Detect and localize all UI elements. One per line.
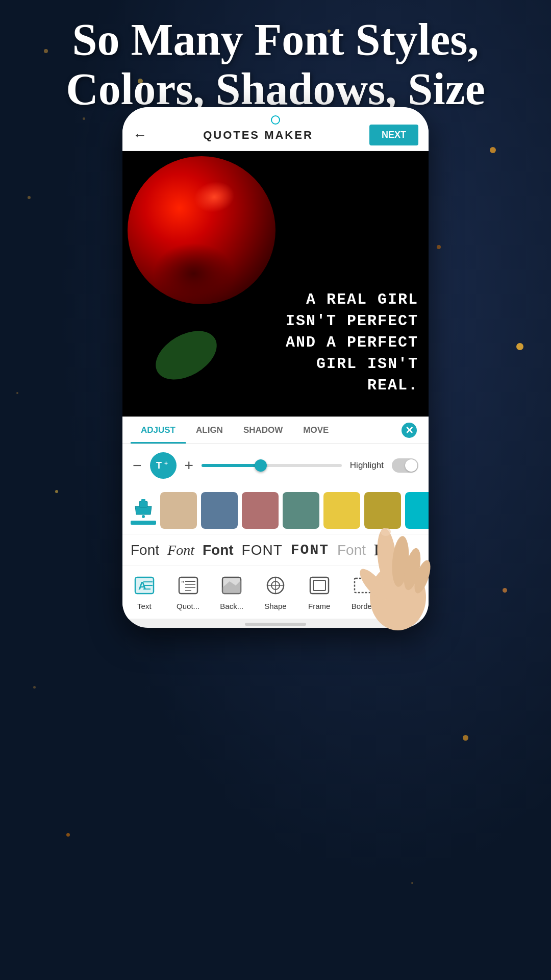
color-palette-row — [122, 487, 429, 534]
quote-text[interactable]: A REAL GIRL ISN'T PERFECT AND A PERFECT … — [265, 289, 418, 396]
close-icon[interactable]: ✕ — [402, 423, 417, 438]
color-swatch-darkyellow[interactable] — [364, 492, 401, 529]
sticker-toolbar-label: Sticker — [395, 602, 418, 610]
text-size-button[interactable]: T + — [150, 452, 177, 479]
adjust-controls: − T + + Highlight — [122, 444, 429, 487]
color-fill-button[interactable] — [131, 495, 156, 526]
quotes-toolbar-label: Quot... — [177, 602, 199, 610]
toolbar-item-border[interactable]: Border — [342, 572, 383, 610]
color-swatch-tealgreen[interactable] — [283, 492, 319, 529]
phone-body: ← QUOTES MAKER NEXT A REAL GIRL ISN'T PE… — [122, 107, 429, 628]
border-icon-svg — [352, 574, 374, 597]
background-icon-svg — [220, 574, 243, 597]
size-increase-button[interactable]: + — [185, 457, 194, 474]
toolbar-item-quotes[interactable]: " Quot... — [168, 572, 209, 610]
app-title: QUOTES MAKER — [203, 129, 313, 142]
font-sample-6[interactable]: F — [374, 541, 384, 559]
highlight-label: Highlight — [350, 460, 384, 471]
shape-toolbar-icon — [262, 572, 289, 599]
phone-top-bar — [122, 107, 429, 119]
tabs-row: ADJUST ALIGN SHADOW MOVE ✕ — [122, 417, 429, 444]
toolbar-item-background[interactable]: Back... — [211, 572, 252, 610]
sticker-toolbar-icon — [393, 572, 420, 599]
sticker-icon-svg — [395, 574, 418, 597]
phone-camera — [271, 115, 280, 125]
frame-toolbar-label: Frame — [308, 602, 330, 610]
quotes-toolbar-icon: " — [175, 572, 202, 599]
color-swatch-rose[interactable] — [242, 492, 279, 529]
color-swatch-blue[interactable] — [201, 492, 238, 529]
close-panel-button[interactable]: ✕ — [398, 417, 420, 444]
frame-toolbar-icon — [306, 572, 333, 599]
shape-icon-svg — [264, 574, 287, 597]
text-icon-svg: A — [133, 574, 156, 597]
border-toolbar-label: Border — [352, 602, 374, 610]
toggle-knob — [405, 459, 417, 472]
font-sample-4[interactable]: FONT — [291, 542, 329, 558]
svg-point-29 — [403, 582, 405, 585]
back-button[interactable]: ← — [133, 127, 147, 143]
color-swatch-yellow[interactable] — [323, 492, 360, 529]
svg-rect-4 — [141, 499, 145, 502]
headline-text: So Many Font Styles, Colors, Shadows, Si… — [20, 15, 531, 114]
font-sample-2[interactable]: Font — [203, 542, 234, 558]
font-sample-5[interactable]: Font — [337, 542, 366, 558]
svg-rect-26 — [313, 580, 325, 591]
frame-icon-svg — [308, 574, 331, 597]
toolbar-item-shape[interactable]: Shape — [255, 572, 296, 610]
svg-point-30 — [409, 582, 411, 585]
text-toolbar-label: Text — [137, 602, 152, 610]
shape-toolbar-label: Shape — [264, 602, 286, 610]
svg-text:": " — [181, 579, 185, 588]
text-icon: T + — [155, 457, 171, 474]
tab-adjust[interactable]: ADJUST — [131, 417, 186, 444]
border-toolbar-icon — [349, 572, 376, 599]
phone-mockup: ← QUOTES MAKER NEXT A REAL GIRL ISN'T PE… — [122, 107, 429, 628]
image-canvas[interactable]: A REAL GIRL ISN'T PERFECT AND A PERFECT … — [122, 151, 429, 416]
highlight-toggle[interactable] — [392, 458, 418, 473]
size-decrease-button[interactable]: − — [133, 458, 142, 473]
quotes-icon-svg: " — [177, 574, 199, 597]
tab-align[interactable]: ALIGN — [186, 417, 233, 444]
svg-text:+: + — [164, 460, 168, 467]
headline: So Many Font Styles, Colors, Shadows, Si… — [0, 15, 551, 114]
tab-move[interactable]: MOVE — [293, 417, 339, 444]
toolbar-item-frame[interactable]: Frame — [299, 572, 340, 610]
size-slider[interactable] — [202, 464, 342, 467]
fill-color-bar — [131, 521, 156, 525]
svg-point-28 — [398, 577, 415, 594]
font-samples-row: Font Font Font FONT FONT Font F — [122, 534, 429, 566]
bottom-edit-panel: ADJUST ALIGN SHADOW MOVE ✕ − T + + — [122, 416, 429, 566]
next-button[interactable]: NEXT — [369, 125, 418, 145]
svg-text:T: T — [156, 460, 162, 471]
toolbar-item-text[interactable]: A Text — [124, 572, 165, 610]
color-swatch-cyan[interactable] — [405, 492, 429, 529]
font-sample-3[interactable]: FONT — [242, 542, 283, 558]
slider-fill — [202, 464, 258, 467]
fill-bucket-icon — [132, 496, 155, 519]
font-sample-1[interactable]: Font — [167, 542, 194, 558]
background-toolbar-icon — [218, 572, 245, 599]
rose-shadow — [153, 243, 235, 304]
toolbar-item-sticker[interactable]: Sticker — [386, 572, 427, 610]
svg-rect-27 — [355, 578, 371, 593]
font-sample-0[interactable]: Font — [131, 542, 159, 558]
slider-thumb[interactable] — [255, 459, 267, 472]
bottom-toolbar: A Text " — [122, 566, 429, 619]
background-toolbar-label: Back... — [220, 602, 243, 610]
color-swatch-beige[interactable] — [160, 492, 197, 529]
text-toolbar-icon: A — [131, 572, 158, 599]
svg-point-5 — [142, 515, 145, 518]
tab-shadow[interactable]: SHADOW — [233, 417, 293, 444]
home-indicator — [245, 623, 306, 626]
